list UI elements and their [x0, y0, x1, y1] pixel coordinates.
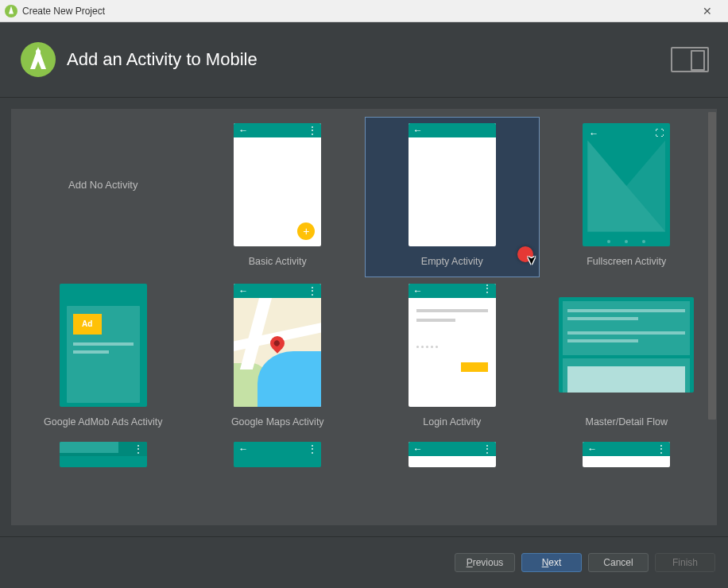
more-icon: ⋮	[308, 443, 316, 455]
more-icon: ⋮	[134, 443, 142, 455]
activity-option-partial-1[interactable]: ⋮	[16, 438, 191, 485]
cursor-icon: ➤	[525, 255, 539, 265]
activity-option-partial-4[interactable]: ← ⋮	[540, 438, 714, 485]
master-detail-thumb	[559, 297, 694, 393]
back-arrow-icon: ←	[238, 443, 248, 455]
maps-activity-thumb: ← ⋮	[234, 284, 321, 407]
more-icon: ⋮	[482, 443, 491, 455]
wizard-header: Add an Activity to Mobile	[0, 22, 728, 98]
activity-option-empty[interactable]: ← Empty Activity	[365, 117, 540, 277]
activity-label: Empty Activity	[421, 256, 483, 267]
app-icon	[5, 5, 17, 17]
activity-label: Login Activity	[423, 416, 481, 427]
back-arrow-icon: ←	[238, 285, 248, 296]
back-arrow-icon: ←	[413, 443, 423, 455]
empty-activity-thumb: ←	[409, 123, 496, 246]
activity-option-master-detail[interactable]: Master/Detail Flow	[540, 277, 714, 438]
more-icon: ⋮	[482, 284, 491, 294]
activity-gallery: Add No Activity ← ⋮ +	[0, 98, 728, 536]
scrollbar-thumb[interactable]	[708, 112, 716, 420]
activity-option-none[interactable]: Add No Activity	[16, 117, 191, 277]
back-arrow-icon: ←	[589, 128, 598, 139]
ad-badge: Ad	[73, 314, 102, 335]
android-studio-logo-icon	[19, 41, 57, 79]
activity-label: Fullscreen Activity	[587, 256, 666, 267]
next-button[interactable]: Next	[521, 553, 582, 572]
more-icon: ⋮	[656, 443, 665, 455]
page-title: Add an Activity to Mobile	[67, 49, 671, 70]
wizard-footer: Previous Next Cancel Finish	[0, 536, 728, 588]
close-icon[interactable]: ✕	[691, 5, 723, 17]
window-title: Create New Project	[22, 6, 691, 17]
svg-point-1	[36, 49, 41, 54]
back-arrow-icon: ←	[413, 125, 423, 136]
fullscreen-activity-thumb: ← ⛶	[583, 123, 670, 246]
activity-option-basic[interactable]: ← ⋮ + Basic Activity	[191, 117, 366, 277]
finish-button[interactable]: Finish	[655, 553, 715, 572]
basic-activity-thumb: ← ⋮ +	[234, 123, 321, 246]
activity-label: Master/Detail Flow	[586, 416, 668, 427]
more-icon: ⋮	[308, 285, 316, 296]
activity-option-partial-2[interactable]: ← ⋮	[191, 438, 366, 485]
scrollbar[interactable]	[707, 112, 717, 522]
back-arrow-icon: ←	[587, 443, 597, 455]
activity-option-maps[interactable]: ← ⋮	[191, 277, 366, 438]
device-icon	[671, 47, 709, 72]
activity-label: Google Maps Activity	[231, 416, 324, 427]
activity-label: Google AdMob Ads Activity	[44, 416, 162, 427]
back-arrow-icon: ←	[413, 285, 423, 296]
previous-button[interactable]: Previous	[455, 553, 515, 572]
activity-option-admob[interactable]: Ad Google AdMob Ads Activity	[16, 277, 191, 438]
back-arrow-icon: ←	[238, 125, 248, 136]
cancel-button[interactable]: Cancel	[588, 553, 649, 572]
login-activity-thumb: ← ⋮	[409, 284, 496, 407]
window-titlebar: Create New Project ✕	[0, 0, 728, 22]
expand-icon: ⛶	[655, 128, 664, 139]
fab-icon: +	[297, 222, 315, 240]
activity-option-login[interactable]: ← ⋮ Login Activity	[365, 277, 540, 438]
activity-label: Basic Activity	[249, 256, 307, 267]
add-no-activity-label: Add No Activity	[68, 179, 137, 191]
admob-activity-thumb: Ad	[60, 284, 147, 407]
more-icon: ⋮	[308, 125, 316, 136]
activity-option-fullscreen[interactable]: ← ⛶ Fullscreen Activity	[540, 117, 714, 277]
activity-option-partial-3[interactable]: ← ⋮	[365, 438, 540, 485]
